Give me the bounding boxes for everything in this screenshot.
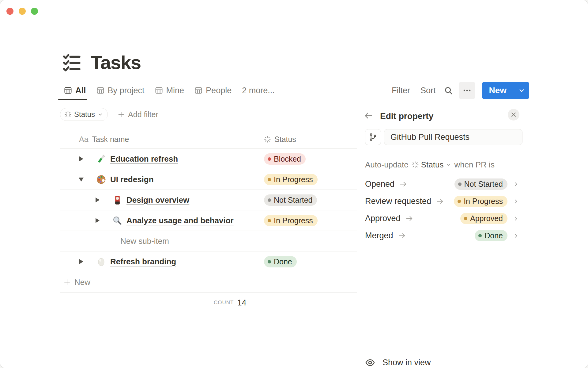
collapsed-arrow-icon bbox=[96, 218, 100, 223]
tab-mine[interactable]: Mine bbox=[155, 81, 184, 100]
status-label: Approved bbox=[470, 214, 503, 223]
search-button[interactable] bbox=[444, 86, 453, 95]
status-filter-chip[interactable]: Status bbox=[60, 108, 108, 121]
tab-by-project[interactable]: By project bbox=[96, 81, 145, 100]
property-name-input[interactable] bbox=[384, 129, 522, 145]
search-icon bbox=[444, 86, 453, 95]
status-label: Done bbox=[274, 257, 292, 266]
filter-button[interactable]: Filter bbox=[392, 86, 410, 95]
new-button-dropdown[interactable] bbox=[514, 82, 529, 99]
task-name-cell: Education refresh bbox=[60, 154, 264, 164]
expand-toggle[interactable] bbox=[95, 218, 100, 223]
palette-icon bbox=[96, 174, 106, 185]
status-label: In Progress bbox=[274, 175, 313, 184]
expand-toggle[interactable] bbox=[79, 178, 83, 182]
status-badge: In Progress bbox=[264, 174, 318, 185]
new-button[interactable]: New bbox=[482, 82, 514, 99]
pr-event-label: Review requested bbox=[365, 197, 431, 206]
task-name-cell: UI redesign bbox=[60, 174, 264, 185]
expand-toggle[interactable] bbox=[95, 197, 100, 202]
status-mapping-selector[interactable]: In Progress bbox=[454, 196, 519, 207]
status-badge: Done bbox=[264, 256, 297, 267]
back-button[interactable] bbox=[363, 110, 374, 121]
task-title-link[interactable]: UI redesign bbox=[110, 175, 154, 184]
chevron-right-icon bbox=[513, 198, 519, 204]
status-dot bbox=[478, 234, 482, 237]
tab-people[interactable]: People bbox=[194, 81, 232, 100]
new-sub-item-row[interactable]: New sub-item bbox=[60, 231, 358, 251]
status-mapping-selector[interactable]: Approved bbox=[460, 213, 519, 224]
expand-toggle[interactable] bbox=[79, 259, 83, 264]
test-tube-icon bbox=[96, 154, 106, 164]
auto-update-property-selector[interactable]: Status bbox=[412, 160, 451, 170]
table-subrow: Analyze usage and behavior In Progress bbox=[60, 210, 358, 231]
edit-property-panel: Edit property Auto-update Status when PR… bbox=[357, 100, 588, 368]
status-filter-label: Status bbox=[74, 110, 95, 119]
status-dot bbox=[268, 198, 271, 202]
auto-update-row: Auto-update Status when PR is bbox=[365, 159, 495, 170]
status-property-icon bbox=[264, 136, 271, 143]
status-label: In Progress bbox=[464, 197, 503, 206]
status-cell[interactable]: Not Started bbox=[264, 194, 358, 206]
status-badge: Not Started bbox=[454, 178, 507, 190]
more-tabs-button[interactable]: 2 more... bbox=[242, 86, 275, 95]
task-title-link[interactable]: Education refresh bbox=[110, 154, 178, 164]
auto-update-prefix: Auto-update bbox=[365, 160, 409, 170]
new-row-label: New bbox=[74, 278, 90, 287]
plus-icon bbox=[118, 111, 125, 118]
status-mapping-selector[interactable]: Not Started bbox=[454, 178, 519, 190]
chevron-down-icon bbox=[446, 162, 451, 167]
status-cell[interactable]: In Progress bbox=[264, 215, 358, 226]
status-mapping-selector[interactable]: Done bbox=[475, 230, 519, 241]
table-row: Refresh branding Done bbox=[60, 251, 358, 272]
count-footer[interactable]: COUNT 14 bbox=[60, 293, 358, 313]
task-title-link[interactable]: Analyze usage and behavior bbox=[126, 216, 234, 225]
task-title-link[interactable]: Refresh branding bbox=[110, 257, 176, 266]
pr-event-label: Approved bbox=[365, 214, 401, 223]
status-cell[interactable]: In Progress bbox=[264, 174, 358, 185]
close-window-button[interactable] bbox=[6, 8, 13, 15]
tab-label: People bbox=[206, 86, 232, 95]
property-type-button[interactable] bbox=[365, 129, 381, 145]
status-cell[interactable]: Done bbox=[264, 256, 358, 267]
close-icon bbox=[511, 112, 517, 118]
column-header-status[interactable]: Status bbox=[264, 135, 296, 144]
status-label: Not Started bbox=[274, 196, 312, 205]
status-label: Done bbox=[484, 231, 503, 240]
git-branch-icon bbox=[369, 133, 377, 141]
window-controls bbox=[6, 8, 38, 15]
new-sub-item-label: New sub-item bbox=[120, 236, 169, 246]
new-row[interactable]: New bbox=[60, 272, 358, 293]
column-header-task-name[interactable]: Aa Task name bbox=[60, 135, 264, 144]
chevron-right-icon bbox=[513, 233, 519, 239]
minimize-window-button[interactable] bbox=[19, 8, 26, 15]
count-label: COUNT bbox=[214, 300, 234, 306]
pr-event-label: Merged bbox=[365, 231, 393, 240]
status-cell[interactable]: Blocked bbox=[264, 153, 358, 165]
sort-button[interactable]: Sort bbox=[420, 86, 436, 95]
tab-all[interactable]: All bbox=[64, 81, 86, 100]
task-title-link[interactable]: Design overview bbox=[126, 195, 189, 205]
table-view-icon bbox=[64, 86, 72, 94]
close-panel-button[interactable] bbox=[508, 109, 519, 121]
status-dot bbox=[464, 217, 467, 220]
status-property-icon bbox=[65, 111, 71, 118]
arrow-left-icon bbox=[364, 111, 373, 121]
mapping-row-review-requested: Review requested In Progress bbox=[365, 193, 588, 210]
column-label: Task name bbox=[92, 135, 129, 144]
add-filter-button[interactable]: Add filter bbox=[118, 110, 158, 119]
status-badge: Done bbox=[475, 230, 507, 241]
view-tabs: All By project Mine People 2 more... bbox=[64, 81, 275, 100]
status-dot bbox=[268, 157, 271, 161]
status-dot bbox=[268, 219, 271, 222]
zoom-window-button[interactable] bbox=[31, 8, 38, 15]
show-in-view-label: Show in view bbox=[383, 358, 431, 367]
status-property-icon bbox=[412, 161, 419, 168]
expand-toggle[interactable] bbox=[79, 156, 83, 161]
show-in-view-button[interactable]: Show in view bbox=[365, 354, 579, 368]
more-options-button[interactable] bbox=[459, 82, 475, 99]
table-row: UI redesign In Progress bbox=[60, 169, 358, 190]
view-actions: Filter Sort New bbox=[392, 81, 529, 100]
arrow-right-icon bbox=[436, 197, 444, 205]
table-row: Education refresh Blocked bbox=[60, 149, 358, 169]
